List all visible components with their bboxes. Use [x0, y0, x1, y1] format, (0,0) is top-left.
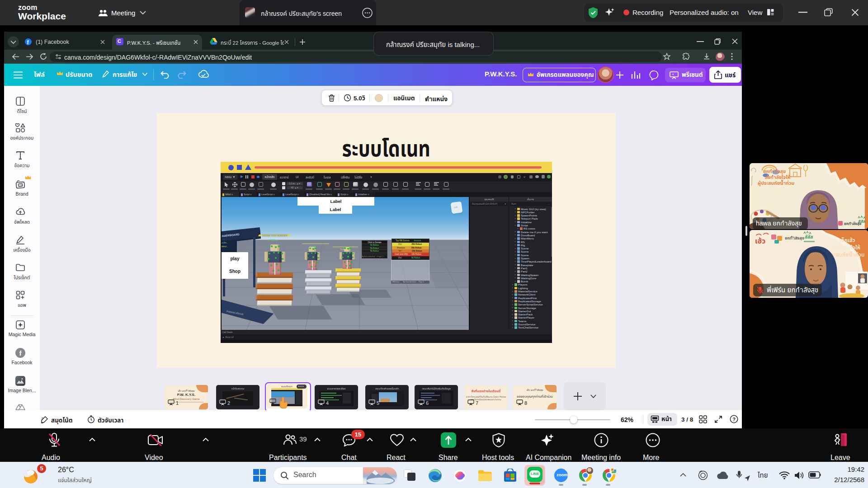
- svg-text:CO: CO: [19, 183, 23, 187]
- svg-text:ยกกำลังสุข: ยกกำลังสุข: [763, 169, 786, 174]
- svg-text:สัสัส: สัสัส: [805, 235, 813, 239]
- svg-text:เฮ้ว: เฮ้ว: [755, 237, 765, 245]
- svg-text:ผู้ประสบภัยน้ำท่วม: ผู้ประสบภัยน้ำท่วม: [758, 179, 794, 186]
- svg-text:เด็กเฮ้ว: เด็กเฮ้ว: [840, 237, 855, 243]
- svg-text:ส่งกำลังใจให้: ส่งกำลังใจให้: [832, 244, 860, 250]
- svg-text:ยกกำลังสุข: ยกกำลังสุข: [785, 236, 804, 240]
- svg-text:ส่งกำลังใจให้: ส่งกำลังใจให้: [765, 174, 790, 180]
- svg-text:สัสัส: สัสัส: [858, 219, 866, 224]
- svg-text:?: ?: [732, 417, 736, 422]
